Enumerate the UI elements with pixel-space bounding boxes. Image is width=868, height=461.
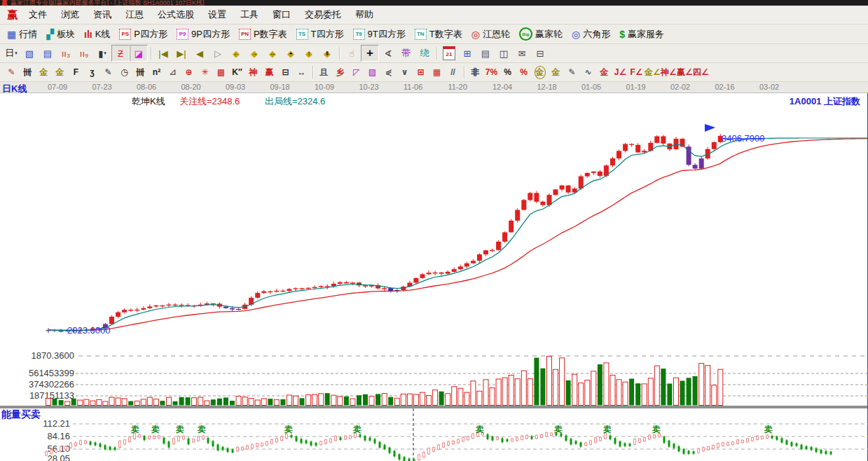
notes-button[interactable]: ▤ bbox=[476, 45, 495, 62]
shift-right-button[interactable]: ◆→ bbox=[245, 45, 263, 62]
menu-item-浏览[interactable]: 浏览 bbox=[54, 7, 86, 22]
volume-canvas[interactable]: 1870.3600561453399374302266187151133 bbox=[0, 350, 868, 406]
shen-ladder-icon[interactable]: 神 bbox=[245, 65, 261, 80]
gold-red-level-icon[interactable]: 金 bbox=[596, 65, 612, 80]
measure-list-icon[interactable]: 非 bbox=[467, 65, 483, 80]
parallel-lines-icon[interactable]: // bbox=[445, 65, 461, 80]
angle-tool-button[interactable]: ∢ bbox=[379, 45, 397, 62]
width-measure-icon[interactable]: ↔ bbox=[294, 65, 310, 80]
gann-box-icon[interactable]: ▩ bbox=[213, 65, 229, 80]
info-panel-button[interactable]: ▤ bbox=[39, 45, 57, 62]
ruler-123-icon[interactable]: ⊟ bbox=[277, 65, 294, 80]
fan-lines-icon[interactable]: 乡 bbox=[332, 65, 348, 80]
nine-p-square-button[interactable]: P99P四方形 bbox=[172, 27, 234, 41]
percent-icon[interactable]: % bbox=[500, 65, 516, 80]
nav-first-button[interactable]: |◀ bbox=[154, 45, 172, 62]
menu-item-公式选股[interactable]: 公式选股 bbox=[151, 7, 201, 22]
ruler-icon[interactable]: 卌 bbox=[132, 65, 149, 80]
grid-red2-icon[interactable]: ▦ bbox=[429, 65, 445, 80]
hand-tool-button[interactable]: ☝ bbox=[343, 45, 361, 62]
ying-ladder-icon[interactable]: 赢 bbox=[261, 65, 277, 80]
indicator-panel[interactable]: 112.2184.1656.1028.05卖卖卖卖卖卖卖卖卖卖卖 能量买卖 bbox=[0, 408, 867, 461]
main-chart-panel[interactable]: 2023.60003406.7900 乾坤K线 关注线=2348.6 出局线=2… bbox=[0, 93, 867, 350]
percent-level-icon[interactable]: % bbox=[516, 65, 532, 80]
winner-service-button[interactable]: $赢家服务 bbox=[615, 27, 668, 41]
nav-next-button[interactable]: ▷ bbox=[209, 45, 227, 62]
pen-ruler-icon[interactable]: ✎ bbox=[100, 65, 116, 80]
v-line-icon[interactable]: ∨ bbox=[397, 65, 413, 80]
qiankun-signal-button[interactable]: Ƶ bbox=[111, 45, 130, 62]
pen-alert-icon[interactable]: ✎ bbox=[564, 65, 580, 80]
wave-icon[interactable]: ∿ bbox=[580, 65, 596, 80]
gold-ladder-icon[interactable]: 金 bbox=[36, 65, 52, 80]
shift-left-button[interactable]: ◆← bbox=[227, 45, 245, 62]
winner-wheel-button[interactable]: Big赢家轮 bbox=[515, 27, 567, 41]
shen-angle-icon[interactable]: 神∠ bbox=[661, 65, 677, 80]
nav-last-button[interactable]: ▶| bbox=[172, 45, 191, 62]
expand-v-button[interactable]: ◆⇕ bbox=[318, 45, 336, 62]
grid-box-icon[interactable]: ▨ bbox=[364, 65, 380, 80]
compress-v-button[interactable]: ◆↕ bbox=[300, 45, 318, 62]
f-angle-icon[interactable]: F∠ bbox=[628, 65, 645, 80]
gann-circle-icon[interactable]: ⊕ bbox=[181, 65, 197, 80]
calendar-button[interactable]: 21 bbox=[440, 45, 458, 62]
four-angle-icon[interactable]: 四∠ bbox=[693, 65, 709, 80]
percent-line-icon[interactable]: 7% bbox=[483, 65, 500, 80]
clock-circle-icon[interactable]: ◷ bbox=[116, 65, 132, 80]
save-button[interactable]: ◫ bbox=[495, 45, 513, 62]
pen-tool-icon[interactable]: ✎ bbox=[4, 65, 20, 80]
gold-angle-icon[interactable]: 金∠ bbox=[645, 65, 661, 80]
gold-circle-icon[interactable]: 金 bbox=[532, 65, 548, 80]
menu-item-文件[interactable]: 文件 bbox=[22, 7, 54, 22]
menu-item-窗口[interactable]: 窗口 bbox=[266, 7, 298, 22]
hexagon-button[interactable]: ◎六角形 bbox=[567, 27, 614, 41]
wrap-tool-button[interactable]: 绕 bbox=[415, 45, 434, 62]
angle-rays-icon[interactable]: ⋞ bbox=[380, 65, 397, 80]
kline-button[interactable]: ılıK线 bbox=[80, 27, 114, 41]
kline-canvas[interactable]: 2023.60003406.7900 bbox=[0, 93, 868, 350]
bars-3-button[interactable]: ıı₃ bbox=[57, 45, 75, 62]
menu-item-工具[interactable]: 工具 bbox=[233, 7, 266, 22]
j-angle-icon[interactable]: J∠ bbox=[612, 65, 628, 80]
f-ladder-icon[interactable]: F bbox=[68, 65, 84, 80]
gann-web-icon[interactable]: ✳ bbox=[197, 65, 213, 80]
bars-9-button[interactable]: ıı₉ bbox=[75, 45, 93, 62]
menu-item-资讯[interactable]: 资讯 bbox=[86, 7, 118, 22]
menu-item-设置[interactable]: 设置 bbox=[201, 7, 233, 22]
t-square-button[interactable]: TST四方形 bbox=[292, 27, 348, 41]
nine-t-square-button[interactable]: T99T四方形 bbox=[349, 27, 410, 41]
calculator-button[interactable]: ⊞ bbox=[458, 45, 476, 62]
gold-level-icon[interactable]: 金 bbox=[548, 65, 564, 80]
p-number-table-button[interactable]: PNP数字表 bbox=[235, 27, 291, 41]
printer-button[interactable]: ⊟ bbox=[531, 45, 549, 62]
p-square-button[interactable]: PSP四方形 bbox=[115, 27, 172, 41]
volume-panel[interactable]: 1870.3600561453399374302266187151133 bbox=[0, 350, 867, 406]
volume-profile-button[interactable]: ◪ bbox=[130, 45, 148, 62]
fan-box-icon[interactable]: ◸ bbox=[348, 65, 364, 80]
n-square-icon[interactable]: n² bbox=[149, 65, 165, 80]
t-number-table-button[interactable]: TNT数字表 bbox=[411, 27, 467, 41]
compress-h-button[interactable]: ◆↔ bbox=[263, 45, 282, 62]
candle-style-button[interactable]: ▮▾ bbox=[93, 45, 111, 62]
menu-item-交易委托[interactable]: 交易委托 bbox=[298, 7, 348, 22]
gold-ladder2-icon[interactable]: 金 bbox=[52, 65, 68, 80]
frame-tool-icon[interactable]: 且 bbox=[316, 65, 332, 80]
spiral-icon[interactable]: ʒ bbox=[84, 65, 100, 80]
grid-red-icon[interactable]: ⊞ bbox=[413, 65, 429, 80]
mirror-angle-icon[interactable]: ⊿ bbox=[165, 65, 181, 80]
nav-prev-button[interactable]: ◀ bbox=[191, 45, 209, 62]
mail-button[interactable]: ✉ bbox=[513, 45, 531, 62]
menu-item-江恩[interactable]: 江恩 bbox=[118, 7, 151, 22]
menu-item-帮助[interactable]: 帮助 bbox=[348, 7, 380, 22]
indicator-canvas[interactable]: 112.2184.1656.1028.05卖卖卖卖卖卖卖卖卖卖卖 bbox=[0, 408, 868, 461]
zoom-window-button[interactable]: ▧ bbox=[20, 45, 39, 62]
reset-zoom-button[interactable]: ◆+ bbox=[282, 45, 300, 62]
crosshair-tool-button[interactable]: + bbox=[361, 45, 379, 62]
quotes-button[interactable]: ▦行情 bbox=[3, 27, 41, 41]
ladder-ruler-icon[interactable]: 卌 bbox=[20, 65, 36, 80]
k-prime-icon[interactable]: K″ bbox=[229, 65, 245, 80]
sectors-button[interactable]: ▞板块 bbox=[42, 27, 79, 41]
period-day-button[interactable]: 日▾ bbox=[2, 45, 20, 62]
gann-wheel-button[interactable]: ◎江恩轮 bbox=[467, 27, 514, 41]
ying-angle-icon[interactable]: 赢∠ bbox=[677, 65, 693, 80]
